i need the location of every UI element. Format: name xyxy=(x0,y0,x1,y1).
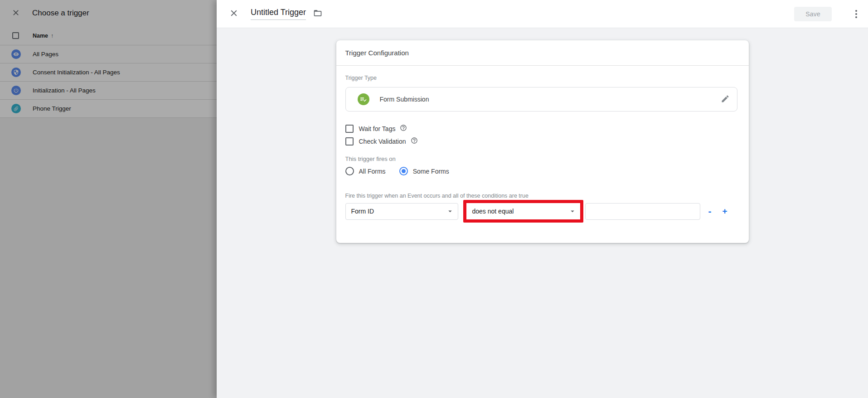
check-validation-checkbox[interactable] xyxy=(345,137,354,146)
condition-row: Form ID does not equal xyxy=(345,200,737,223)
trigger-name-field[interactable]: Untitled Trigger xyxy=(251,8,306,20)
trigger-picker-panel: Choose a trigger Name ↑ All Pages Consen… xyxy=(0,0,217,398)
check-validation-row: Check Validation xyxy=(345,137,737,146)
wait-for-tags-help-button[interactable] xyxy=(400,124,407,133)
condition-value-input[interactable] xyxy=(585,203,700,220)
move-to-folder-button[interactable] xyxy=(313,9,322,19)
all-forms-label: All Forms xyxy=(359,168,386,175)
card-body: Trigger Type Form Submission Wa xyxy=(336,66,749,243)
more-options-button[interactable] xyxy=(844,10,855,18)
gtm-screen: Choose a trigger Name ↑ All Pages Consen… xyxy=(0,0,868,398)
modal-dim-overlay xyxy=(0,0,217,398)
condition-variable-value: Form ID xyxy=(351,208,374,215)
some-forms-label: Some Forms xyxy=(413,168,449,175)
help-icon xyxy=(411,137,418,146)
remove-condition-button[interactable]: - xyxy=(708,206,712,217)
some-forms-radio[interactable] xyxy=(399,167,408,175)
help-icon xyxy=(400,124,407,133)
save-button[interactable]: Save xyxy=(794,7,832,21)
trigger-type-selector[interactable]: Form Submission xyxy=(345,87,737,112)
pencil-icon xyxy=(721,94,730,105)
conditions-label: Fire this trigger when an Event occurs a… xyxy=(345,193,737,199)
wait-for-tags-checkbox[interactable] xyxy=(345,125,354,133)
form-submission-icon xyxy=(358,93,369,105)
fires-on-label: This trigger fires on xyxy=(345,155,737,162)
wait-for-tags-row: Wait for Tags xyxy=(345,124,737,133)
trigger-editor-panel: Untitled Trigger Save Trigger Configurat… xyxy=(217,0,868,398)
edit-trigger-type-button[interactable] xyxy=(721,94,730,105)
chevron-down-icon xyxy=(568,207,577,215)
fires-on-options: All Forms Some Forms xyxy=(345,167,737,175)
condition-variable-select[interactable]: Form ID xyxy=(345,203,458,220)
trigger-type-value: Form Submission xyxy=(380,96,429,103)
close-icon xyxy=(229,8,239,19)
card-title: Trigger Configuration xyxy=(336,40,749,66)
condition-operator-select[interactable]: does not equal xyxy=(466,203,580,219)
chevron-down-icon xyxy=(446,207,454,215)
kebab-menu-icon xyxy=(851,10,862,18)
add-condition-button[interactable]: + xyxy=(723,206,727,216)
folder-icon xyxy=(313,9,322,19)
condition-operator-value: does not equal xyxy=(472,208,514,215)
editor-close-button[interactable] xyxy=(229,8,239,19)
check-validation-label: Check Validation xyxy=(359,138,406,145)
highlight-box: does not equal xyxy=(463,200,583,223)
wait-for-tags-label: Wait for Tags xyxy=(359,125,396,132)
check-validation-help-button[interactable] xyxy=(411,137,418,146)
editor-top-bar: Untitled Trigger Save xyxy=(217,0,868,28)
trigger-configuration-card: Trigger Configuration Trigger Type Form … xyxy=(336,40,749,243)
trigger-type-label: Trigger Type xyxy=(345,75,737,81)
all-forms-radio[interactable] xyxy=(345,167,354,175)
